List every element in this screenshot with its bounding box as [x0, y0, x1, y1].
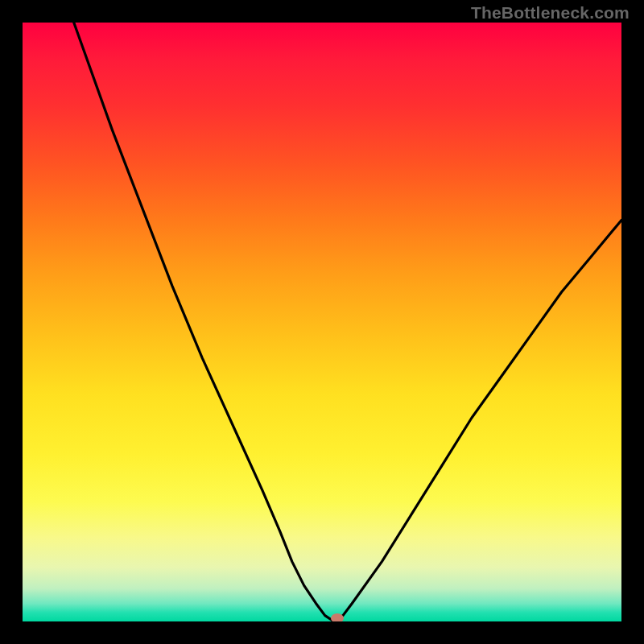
plot-area — [23, 23, 621, 621]
optimum-marker — [331, 613, 344, 621]
chart-frame: TheBottleneck.com — [0, 0, 644, 644]
bottleneck-curve — [23, 23, 621, 621]
watermark-text: TheBottleneck.com — [471, 3, 630, 23]
